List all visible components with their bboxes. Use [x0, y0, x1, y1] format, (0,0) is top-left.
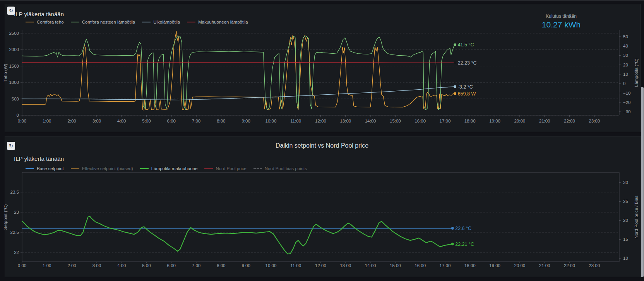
legend-label: Effective setpoint (biased): [82, 166, 133, 171]
svg-text:20: 20: [623, 218, 628, 223]
svg-text:50: 50: [623, 34, 628, 39]
svg-text:9:00: 9:00: [242, 119, 250, 123]
legend-item[interactable]: Lämpötila makuuhuone: [140, 166, 198, 171]
svg-text:17:00: 17:00: [440, 263, 451, 268]
svg-text:13:00: 13:00: [340, 119, 351, 123]
legend-label: Base setpoint: [37, 166, 64, 171]
svg-text:20:00: 20:00: [514, 263, 525, 268]
svg-text:18:00: 18:00: [464, 263, 476, 268]
svg-text:−10: −10: [623, 91, 631, 95]
legend-item[interactable]: Makuuhuoneen lämpötila: [187, 20, 248, 24]
svg-text:22:00: 22:00: [564, 119, 575, 123]
legend-swatch: [187, 22, 195, 22]
legend-swatch: [142, 22, 151, 22]
svg-text:-3.2 °C: -3.2 °C: [458, 84, 473, 90]
svg-text:14:00: 14:00: [365, 263, 376, 268]
svg-text:500: 500: [12, 97, 19, 101]
legend-item[interactable]: Base setpoint: [26, 166, 64, 171]
legend-item[interactable]: Nord Pool price: [204, 166, 246, 171]
svg-text:3:00: 3:00: [92, 263, 101, 268]
stat-label: Kulutus tänään: [532, 14, 590, 19]
stat-value: 10.27 kWh: [532, 20, 590, 29]
svg-text:23.5: 23.5: [10, 190, 19, 194]
svg-text:8:00: 8:00: [217, 263, 225, 268]
dashboard: ↻ ILP yläkerta tänään Comfora tehoComfor…: [0, 0, 644, 281]
svg-text:6:00: 6:00: [167, 263, 176, 268]
svg-text:23:00: 23:00: [589, 119, 600, 123]
svg-text:0:00: 0:00: [18, 119, 26, 123]
setpoint-chart[interactable]: 2222.52323.530252015100:001:002:003:004:…: [0, 162, 644, 281]
svg-text:10:00: 10:00: [265, 119, 277, 123]
svg-text:11:00: 11:00: [290, 119, 301, 123]
svg-text:1500: 1500: [9, 64, 19, 68]
refresh-icon[interactable]: ↻: [7, 142, 15, 150]
svg-text:1:00: 1:00: [43, 263, 51, 268]
svg-text:1000: 1000: [9, 80, 19, 85]
legend-label: Comfora teho: [37, 20, 64, 24]
top-divider: [0, 0, 644, 1]
svg-text:9:00: 9:00: [242, 263, 250, 268]
legend-item[interactable]: Nord Pool bias points: [253, 166, 307, 171]
legend-label: Ulkolämpötila: [153, 20, 180, 24]
svg-text:15:00: 15:00: [390, 263, 401, 268]
svg-text:16:00: 16:00: [414, 119, 426, 123]
legend-item[interactable]: Effective setpoint (biased): [71, 166, 133, 171]
svg-text:21:00: 21:00: [539, 263, 550, 268]
panel1-title[interactable]: ILP yläkerta tänään: [14, 11, 64, 17]
power-temperature-chart[interactable]: 0500100015002000250050403020100−10−20−30…: [0, 27, 644, 128]
svg-text:30: 30: [623, 53, 628, 58]
svg-text:20: 20: [623, 63, 628, 67]
legend-swatch: [204, 168, 213, 169]
svg-text:5:00: 5:00: [142, 119, 151, 123]
refresh-icon[interactable]: ↻: [7, 7, 15, 15]
panel2-title[interactable]: ILP yläkerta tänään: [14, 155, 64, 162]
legend-label: Comfora nesteen lämpötila: [82, 20, 135, 24]
svg-text:21:00: 21:00: [539, 119, 550, 123]
legend-swatch: [140, 168, 149, 169]
svg-text:19:00: 19:00: [489, 263, 500, 268]
stat-kulutus: Kulutus tänään 10.27 kWh: [532, 14, 590, 29]
svg-text:3:00: 3:00: [92, 119, 101, 123]
svg-text:16:00: 16:00: [414, 263, 426, 268]
svg-text:2500: 2500: [9, 31, 19, 36]
svg-text:22.21 °C: 22.21 °C: [455, 242, 474, 247]
svg-text:2:00: 2:00: [67, 263, 76, 268]
svg-text:15:00: 15:00: [390, 119, 401, 123]
svg-text:23: 23: [14, 210, 19, 215]
svg-text:2000: 2000: [9, 47, 19, 52]
svg-text:10:00: 10:00: [265, 263, 277, 268]
svg-text:6:00: 6:00: [167, 119, 176, 123]
legend-item[interactable]: Comfora nesteen lämpötila: [71, 20, 135, 24]
legend-label: Nord Pool price: [216, 166, 246, 171]
svg-text:7:00: 7:00: [192, 263, 200, 268]
legend-label: Lämpötila makuuhuone: [151, 166, 198, 171]
legend-swatch: [26, 22, 34, 22]
svg-text:1:00: 1:00: [43, 119, 51, 123]
svg-text:Nord Pool price / Bias: Nord Pool price / Bias: [634, 196, 639, 238]
svg-text:22: 22: [14, 250, 19, 255]
scrollbar[interactable]: [641, 87, 644, 277]
legend-item[interactable]: Comfora teho: [26, 20, 64, 24]
svg-text:5:00: 5:00: [142, 263, 151, 268]
legend-item[interactable]: Ulkolämpötila: [142, 20, 180, 24]
legend-label: Makuuhuoneen lämpötila: [198, 20, 248, 24]
svg-text:4:00: 4:00: [117, 119, 126, 123]
svg-text:Teho (W): Teho (W): [3, 64, 8, 82]
svg-text:25: 25: [623, 199, 628, 204]
svg-text:13:00: 13:00: [340, 263, 351, 268]
svg-text:0:00: 0:00: [18, 263, 26, 268]
svg-text:10: 10: [623, 72, 628, 77]
legend-swatch: [253, 168, 262, 169]
svg-text:10: 10: [623, 256, 628, 261]
svg-text:22:00: 22:00: [564, 263, 575, 268]
svg-text:2:00: 2:00: [67, 119, 76, 123]
legend-swatch: [71, 168, 79, 169]
svg-text:19:00: 19:00: [489, 119, 500, 123]
svg-text:22.5: 22.5: [10, 230, 19, 235]
svg-text:12:00: 12:00: [315, 263, 326, 268]
legend-swatch: [71, 22, 79, 22]
svg-text:−30: −30: [623, 109, 631, 114]
svg-text:4:00: 4:00: [117, 263, 126, 268]
svg-text:22.6 °C: 22.6 °C: [455, 226, 471, 231]
svg-text:20:00: 20:00: [514, 119, 525, 123]
